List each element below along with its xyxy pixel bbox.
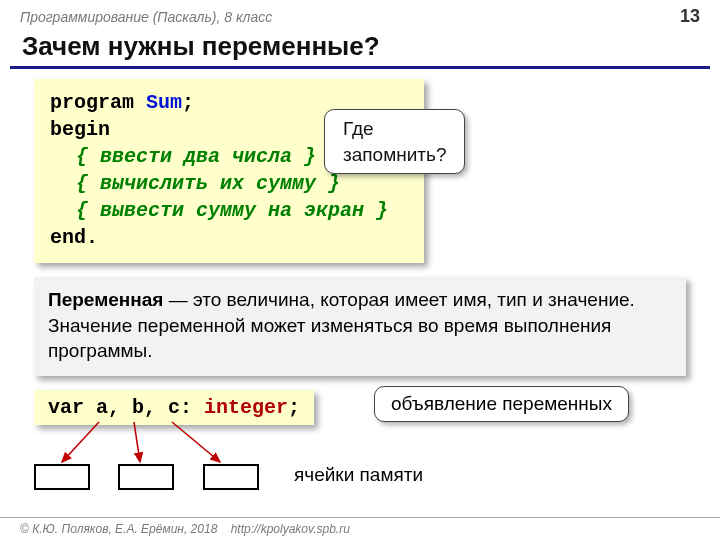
definition-box: Переменная — это величина, которая имеет…: [34, 277, 686, 376]
code-block: program Sum; begin { ввести два числа } …: [34, 79, 424, 263]
callout-where-remember: Где запомнить?: [324, 109, 465, 174]
header-bar: Программирование (Паскаль), 8 класс 13: [0, 0, 720, 29]
title-underline: [10, 66, 710, 69]
code-kw-program: program: [50, 91, 134, 114]
code-kw-begin: begin: [50, 118, 110, 141]
code-ident-sum: Sum: [146, 91, 182, 114]
footer-copyright: © К.Ю. Поляков, Е.А. Ерёмин, 2018: [20, 522, 217, 536]
slide-title: Зачем нужны переменные?: [0, 29, 720, 66]
code-comment-3: { вывести сумму на экран }: [76, 199, 388, 222]
var-row: var a, b, c: integer; объявление перемен…: [34, 390, 686, 510]
definition-term: Переменная: [48, 289, 163, 310]
svg-line-2: [172, 422, 220, 462]
svg-line-1: [134, 422, 140, 462]
footer: © К.Ю. Поляков, Е.А. Ерёмин, 2018 http:/…: [0, 517, 720, 536]
memory-cells: [34, 464, 283, 494]
var-colon: :: [180, 396, 204, 419]
page-number: 13: [680, 6, 700, 27]
memory-cell-a: [34, 464, 90, 490]
decl-label-bubble: объявление переменных: [374, 386, 629, 422]
code-kw-end: end.: [50, 226, 98, 249]
var-kw: var: [48, 396, 84, 419]
code-semi: ;: [182, 91, 194, 114]
memory-cell-b: [118, 464, 174, 490]
var-semi: ;: [288, 396, 300, 419]
var-type: integer: [204, 396, 288, 419]
svg-line-0: [62, 422, 99, 462]
code-comment-2: { вычислить их сумму }: [76, 172, 340, 195]
memory-label: ячейки памяти: [294, 464, 423, 486]
var-names: a, b, c: [84, 396, 180, 419]
code-comment-1: { ввести два числа }: [76, 145, 316, 168]
course-label: Программирование (Паскаль), 8 класс: [20, 9, 272, 25]
memory-cell-c: [203, 464, 259, 490]
footer-url[interactable]: http://kpolyakov.spb.ru: [231, 522, 350, 536]
